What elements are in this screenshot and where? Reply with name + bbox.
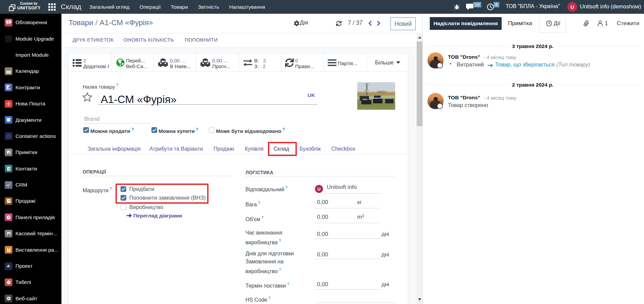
svg-text:$: $ bbox=[8, 249, 9, 252]
